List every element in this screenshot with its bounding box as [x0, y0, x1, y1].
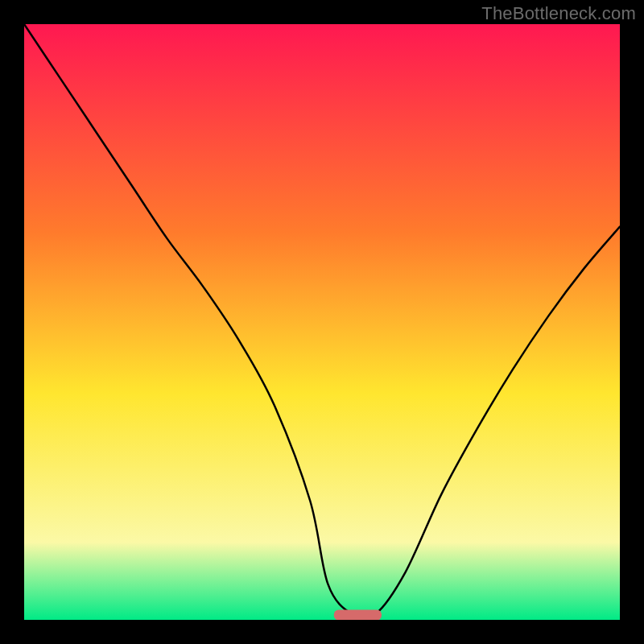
- optimal-point-marker: [334, 610, 382, 620]
- chart-svg: [24, 24, 620, 620]
- watermark-text: TheBottleneck.com: [481, 3, 636, 24]
- chart-background: [24, 24, 620, 620]
- chart-plot-area: [24, 24, 620, 620]
- chart-frame: TheBottleneck.com: [0, 0, 644, 644]
